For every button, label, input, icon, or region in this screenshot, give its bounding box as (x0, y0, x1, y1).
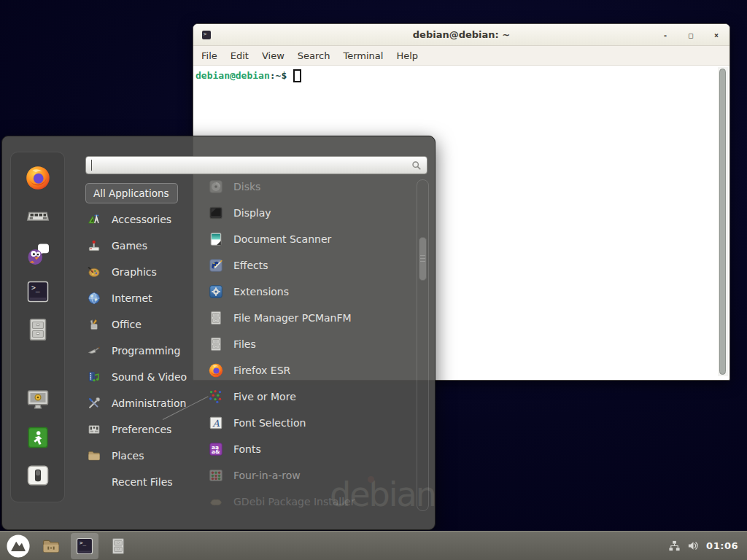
text-caret (91, 160, 92, 171)
scrollbar-grip (420, 255, 425, 263)
taskbar-clock[interactable]: 01:06 (706, 540, 738, 551)
volume-icon[interactable] (687, 540, 700, 552)
app-disks[interactable]: Disks (208, 174, 415, 200)
favorite-pidgin-button[interactable] (25, 241, 51, 267)
terminal-icon: >_ (74, 536, 95, 556)
menu-button[interactable] (6, 534, 31, 559)
taskbar-button-terminal[interactable]: >_ (71, 533, 98, 559)
menu-search-input[interactable] (85, 156, 427, 174)
desktop-background: debian > debian@debian: ~ - □ × File Edi… (0, 0, 747, 560)
lock-screen-button[interactable] (25, 386, 51, 413)
graphics-icon (87, 265, 101, 279)
file-cabinet-icon (208, 310, 224, 326)
app-fonts[interactable]: aa a& Fonts (208, 436, 415, 462)
category-preferences[interactable]: Preferences (85, 416, 202, 443)
category-label: Office (112, 319, 142, 330)
category-label: Accessories (112, 214, 171, 225)
terminal-cursor (293, 69, 301, 82)
category-places[interactable]: Places (85, 443, 202, 469)
network-icon[interactable] (668, 540, 681, 552)
category-recent-files[interactable]: Recent Files (85, 469, 202, 495)
app-label: File Manager PCManFM (233, 312, 352, 324)
category-label: Programming (112, 345, 180, 357)
terminal-titlebar[interactable]: > debian@debian: ~ - □ × (193, 24, 729, 46)
apps-scrollbar-thumb[interactable] (419, 237, 427, 281)
app-label: Firefox ESR (233, 365, 290, 376)
category-accessories[interactable]: Accessories (85, 206, 202, 233)
app-gdebi-package-installer[interactable]: GDebi Package Installer (208, 489, 415, 515)
terminal-scrollbar[interactable] (718, 67, 728, 376)
category-administration[interactable]: Administration (85, 390, 202, 416)
applications-list: Disks Display Document Scanner (208, 174, 415, 515)
five-or-more-icon (208, 389, 224, 405)
favorite-terminal-button[interactable]: >_ (25, 279, 51, 305)
launcher-files[interactable] (107, 534, 130, 558)
maximize-button[interactable]: □ (686, 31, 695, 39)
minimize-button[interactable]: - (661, 31, 670, 39)
shutdown-button[interactable] (25, 462, 51, 489)
category-internet[interactable]: Internet (85, 285, 202, 311)
terminal-scrollbar-thumb[interactable] (719, 69, 726, 375)
category-office[interactable]: Office (85, 311, 202, 338)
prompt-user-host: debian@debian (196, 70, 270, 81)
file-cabinet-icon (208, 336, 224, 352)
svg-text:>_: >_ (31, 284, 40, 292)
categories-list: All Applications Accessories Games (85, 183, 202, 495)
office-icon (87, 317, 101, 332)
taskbar: >_ 01:06 (0, 531, 747, 560)
system-tray: 01:06 (668, 540, 743, 552)
firefox-icon (208, 362, 224, 378)
app-effects[interactable]: Effects (208, 252, 415, 279)
font-selection-icon: A (208, 415, 224, 431)
app-display[interactable]: Display (208, 200, 415, 226)
app-label: Four-in-a-row (233, 470, 301, 481)
app-five-or-more[interactable]: Five or More (208, 384, 415, 410)
file-cabinet-icon (109, 536, 128, 556)
disks-icon (208, 179, 224, 195)
prompt-path: :~$ (270, 70, 287, 81)
app-file-manager-pcmanfm[interactable]: File Manager PCManFM (208, 305, 415, 331)
four-in-a-row-icon (208, 467, 224, 483)
favorite-keyboard-button[interactable] (25, 203, 51, 229)
app-font-selection[interactable]: A Font Selection (208, 410, 415, 436)
app-label: Document Scanner (233, 233, 331, 245)
app-files[interactable]: Files (208, 331, 415, 357)
menu-item-help[interactable]: Help (390, 50, 425, 61)
category-graphics[interactable]: Graphics (85, 259, 202, 285)
category-sound-video[interactable]: Sound & Video (85, 364, 202, 390)
accessories-icon (87, 212, 101, 227)
category-all-applications[interactable]: All Applications (85, 183, 178, 203)
favorite-firefox-button[interactable] (25, 165, 51, 191)
menu-item-view[interactable]: View (255, 50, 291, 61)
menu-item-file[interactable]: File (195, 50, 224, 61)
gdebi-icon (208, 494, 224, 510)
shutdown-icon (25, 462, 51, 489)
search-icon (411, 160, 422, 171)
close-button[interactable]: × (712, 31, 721, 39)
menu-item-terminal[interactable]: Terminal (336, 50, 390, 61)
app-label: GDebi Package Installer (233, 496, 355, 508)
app-label: Files (233, 338, 256, 350)
svg-text:A: A (212, 418, 220, 429)
menu-button-icon (6, 534, 31, 559)
launcher-file-manager[interactable] (39, 534, 63, 558)
category-games[interactable]: Games (85, 233, 202, 259)
programming-icon (87, 343, 101, 358)
favorite-file-manager-button[interactable] (25, 316, 51, 343)
app-document-scanner[interactable]: Document Scanner (208, 226, 415, 252)
menu-item-search[interactable]: Search (291, 50, 337, 61)
category-programming[interactable]: Programming (85, 338, 202, 364)
application-menu: >_ (1, 136, 436, 530)
app-extensions[interactable]: Extensions (208, 279, 415, 305)
terminal-menubar: File Edit View Search Terminal Help (193, 46, 729, 66)
apps-scrollbar[interactable] (417, 179, 429, 511)
app-label: Effects (233, 260, 268, 271)
category-label: Graphics (112, 266, 157, 278)
app-four-in-a-row[interactable]: Four-in-a-row (208, 462, 415, 489)
document-scanner-icon (208, 231, 224, 247)
menu-item-edit[interactable]: Edit (224, 50, 255, 61)
logout-button[interactable] (25, 424, 51, 451)
app-firefox-esr[interactable]: Firefox ESR (208, 357, 415, 384)
lock-screen-icon (25, 386, 51, 413)
svg-text:a&: a& (212, 448, 220, 455)
